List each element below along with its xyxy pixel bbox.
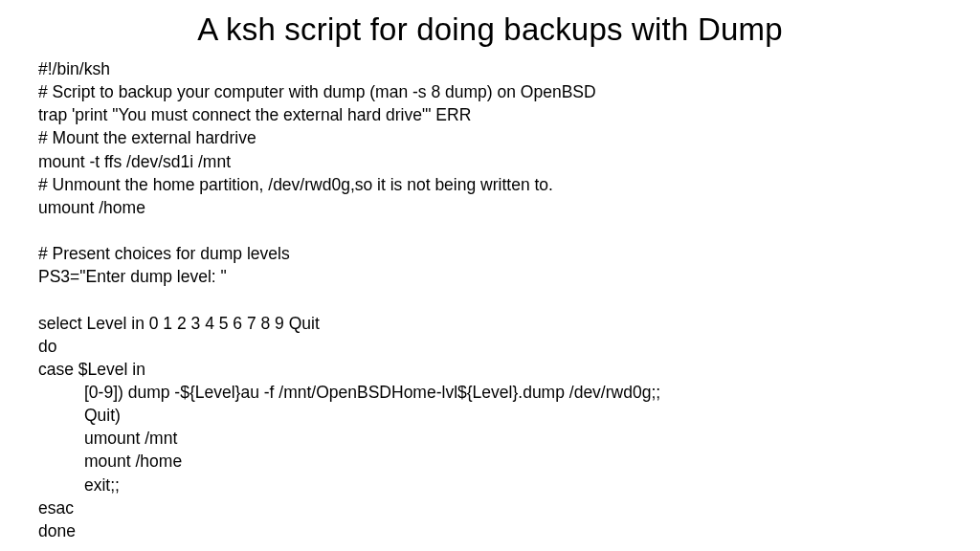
code-line: mount -t ffs /dev/sd1i /mnt — [38, 152, 231, 171]
code-line: umount /home — [38, 198, 145, 217]
slide-title: A ksh script for doing backups with Dump — [38, 11, 942, 48]
code-line: trap 'print "You must connect the extern… — [38, 105, 471, 124]
code-line-indented: exit;; — [38, 474, 120, 496]
code-line: # Unmount the home partition, /dev/rwd0g… — [38, 175, 553, 194]
code-line-indented: umount /mnt — [38, 427, 177, 450]
code-line: esac — [38, 498, 74, 518]
code-line-indented: [0-9]) dump -${Level}au -f /mnt/OpenBSDH… — [38, 381, 660, 404]
code-line-indented: Quit) — [38, 404, 121, 427]
code-line: do — [38, 337, 56, 356]
code-line-indented: mount /home — [38, 450, 182, 473]
code-line: PS3="Enter dump level: " — [38, 267, 227, 286]
code-line: case $Level in — [38, 360, 145, 379]
code-line: # Present choices for dump levels — [38, 244, 290, 263]
slide: A ksh script for doing backups with Dump… — [0, 0, 980, 551]
code-line: #!/bin/ksh — [38, 59, 110, 78]
code-line: # Script to backup your computer with du… — [38, 82, 596, 101]
code-line: done — [38, 521, 76, 540]
code-line: # Mount the external hardrive — [38, 128, 256, 147]
code-block: #!/bin/ksh # Script to backup your compu… — [38, 57, 942, 542]
code-line: select Level in 0 1 2 3 4 5 6 7 8 9 Quit — [38, 314, 320, 333]
